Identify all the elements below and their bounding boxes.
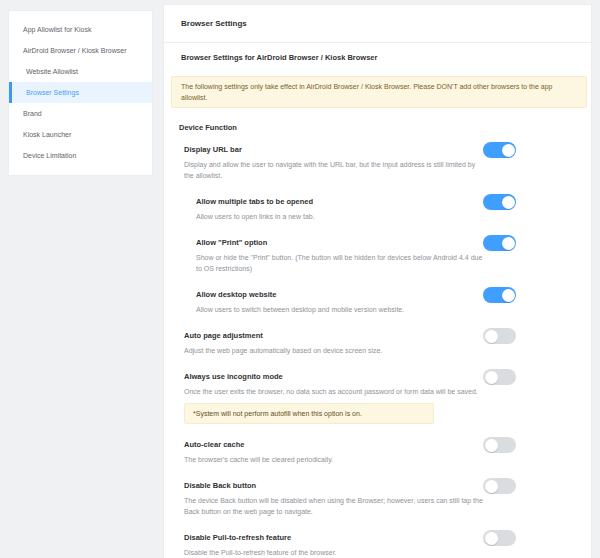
- toggle-knob: [485, 532, 498, 545]
- setting-row-auto-page-adjustment: Auto page adjustment Adjust the web page…: [164, 330, 591, 356]
- toggle-disable-pull-to-refresh[interactable]: [483, 530, 516, 546]
- toggle-disable-back-button[interactable]: [483, 478, 516, 494]
- toggle-knob: [502, 144, 515, 157]
- toggle-knob: [502, 289, 515, 302]
- toggle-allow-multiple-tabs[interactable]: [483, 194, 516, 210]
- toggle-always-use-incognito-mode[interactable]: [483, 369, 516, 385]
- setting-row-auto-clear-cache: Auto-clear cache The browser's cache wil…: [164, 439, 591, 465]
- toggle-knob: [502, 196, 515, 209]
- toggle-knob: [502, 237, 515, 250]
- setting-row-disable-pull-to-refresh: Disable Pull-to-refresh feature Disable …: [164, 532, 591, 558]
- setting-description: The device Back button will be disabled …: [184, 495, 484, 517]
- toggle-auto-clear-cache[interactable]: [483, 437, 516, 453]
- sidebar-item-airdroid-browser-kiosk-browser[interactable]: AirDroid Browser / Kiosk Browser: [9, 40, 152, 61]
- setting-title: Auto-clear cache: [184, 439, 591, 451]
- toggle-knob: [485, 480, 498, 493]
- setting-description: Display and allow the user to navigate w…: [184, 159, 484, 181]
- sidebar-item-app-allowlist-for-kiosk[interactable]: App Allowlist for Kiosk: [9, 19, 152, 40]
- setting-title: Allow multiple tabs to be opened: [196, 196, 591, 208]
- setting-row-allow-desktop-website: Allow desktop website Allow users to swi…: [164, 289, 591, 315]
- setting-row-always-use-incognito-mode: Always use incognito mode Once the user …: [164, 371, 591, 424]
- setting-description: Allow users to switch between desktop an…: [196, 304, 484, 315]
- setting-description: Allow users to open links in a new tab.: [196, 211, 484, 222]
- toggle-display-url-bar[interactable]: [483, 142, 516, 158]
- setting-row-disable-back-button: Disable Back button The device Back butt…: [164, 480, 591, 517]
- sidebar-item-brand[interactable]: Brand: [9, 103, 152, 124]
- sidebar-item-kiosk-launcher[interactable]: Kiosk Launcher: [9, 124, 152, 145]
- incognito-autofill-note: *System will not perform autofill when t…: [184, 403, 434, 424]
- setting-description: The browser's cache will be cleared peri…: [184, 454, 484, 465]
- section-title: Browser Settings for AirDroid Browser / …: [181, 52, 574, 64]
- setting-title: Always use incognito mode: [184, 371, 591, 383]
- setting-title: Allow desktop website: [196, 289, 591, 301]
- sidebar-item-website-allowlist[interactable]: Website Allowlist: [9, 61, 152, 82]
- setting-title: Disable Back button: [184, 480, 591, 492]
- group-title-device-function: Device Function: [179, 122, 574, 134]
- browser-settings-panel: Browser Settings Browser Settings for Ai…: [163, 4, 592, 558]
- toggle-knob: [485, 371, 498, 384]
- toggle-allow-desktop-website[interactable]: [483, 287, 516, 303]
- toggle-knob: [485, 439, 498, 452]
- sidebar-item-device-limitation[interactable]: Device Limitation: [9, 145, 152, 166]
- settings-sidebar: App Allowlist for Kiosk AirDroid Browser…: [8, 10, 153, 176]
- settings-list: Display URL bar Display and allow the us…: [164, 144, 591, 558]
- toggle-auto-page-adjustment[interactable]: [483, 328, 516, 344]
- setting-row-display-url-bar: Display URL bar Display and allow the us…: [164, 144, 591, 181]
- setting-title: Auto page adjustment: [184, 330, 591, 342]
- sidebar-item-browser-settings[interactable]: Browser Settings: [9, 82, 152, 103]
- setting-description: Adjust the web page automatically based …: [184, 345, 484, 356]
- setting-title: Disable Pull-to-refresh feature: [184, 532, 591, 544]
- setting-description: Once the user exits the browser, no data…: [184, 386, 484, 397]
- setting-title: Allow "Print" option: [196, 237, 591, 249]
- toggle-knob: [485, 330, 498, 343]
- setting-row-allow-print-option: Allow "Print" option Show or hide the "P…: [164, 237, 591, 274]
- warning-banner: The following settings only take effect …: [171, 76, 587, 108]
- setting-description: Disable the Pull-to-refresh feature of t…: [184, 547, 484, 558]
- toggle-allow-print-option[interactable]: [483, 235, 516, 251]
- setting-description: Show or hide the "Print" button. (The bu…: [196, 252, 484, 274]
- setting-title: Display URL bar: [184, 144, 591, 156]
- setting-row-allow-multiple-tabs: Allow multiple tabs to be opened Allow u…: [164, 196, 591, 222]
- page-title: Browser Settings: [164, 5, 591, 43]
